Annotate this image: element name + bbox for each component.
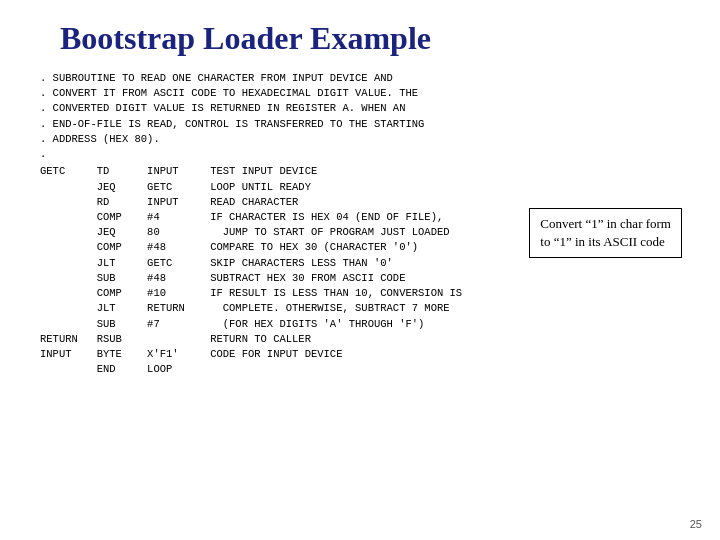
code-comments: . SUBROUTINE TO READ ONE CHARACTER FROM … bbox=[40, 71, 680, 162]
annotation-box: Convert “1” in char form to “1” in its A… bbox=[529, 208, 682, 258]
slide-title: Bootstrap Loader Example bbox=[60, 20, 680, 57]
annotation-line2: to “1” in its ASCII code bbox=[540, 234, 665, 249]
slide: Bootstrap Loader Example . SUBROUTINE TO… bbox=[0, 0, 720, 540]
annotation-line1: Convert “1” in char form bbox=[540, 216, 671, 231]
slide-number: 25 bbox=[690, 518, 702, 530]
code-assembly: GETC TD INPUT TEST INPUT DEVICE JEQ GETC… bbox=[40, 164, 680, 377]
